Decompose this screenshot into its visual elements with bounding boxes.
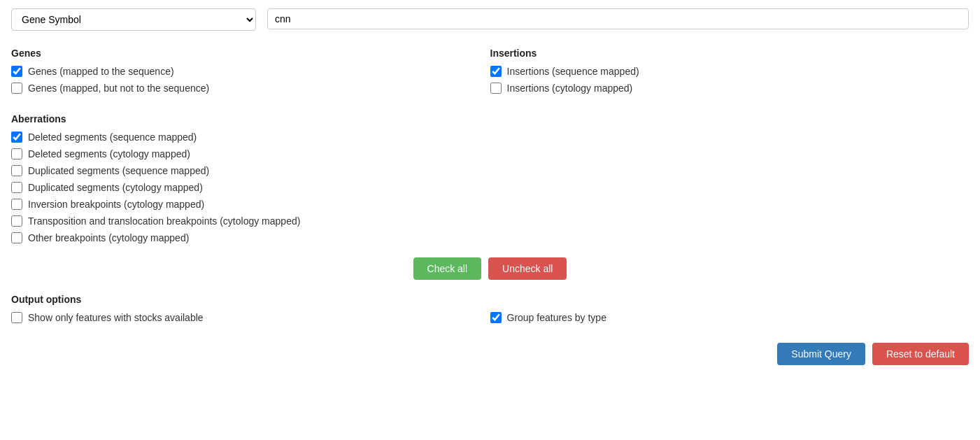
search-input[interactable]: [267, 8, 969, 29]
dup-seq-label[interactable]: Duplicated segments (sequence mapped): [28, 165, 209, 176]
aberrations-section-title: Aberrations: [11, 113, 969, 125]
del-cyt-label[interactable]: Deleted segments (cytology mapped): [28, 148, 190, 159]
trans-cyt-checkbox[interactable]: [11, 215, 22, 227]
dup-seq-item: Duplicated segments (sequence mapped): [11, 165, 969, 176]
insertions-section-title: Insertions: [490, 48, 970, 59]
bottom-buttons-row: Submit Query Reset to default: [11, 343, 969, 365]
group-by-type-checkbox[interactable]: [490, 312, 502, 323]
ins-cyt-label[interactable]: Insertions (cytology mapped): [507, 83, 633, 94]
dup-cyt-label[interactable]: Duplicated segments (cytology mapped): [28, 182, 203, 193]
genes-not-seq-item: Genes (mapped, but not to the sequence): [11, 83, 490, 94]
del-seq-item: Deleted segments (sequence mapped): [11, 132, 969, 143]
trans-cyt-item: Transposition and translocation breakpoi…: [11, 215, 969, 227]
inv-cyt-checkbox[interactable]: [11, 199, 22, 210]
trans-cyt-label[interactable]: Transposition and translocation breakpoi…: [28, 215, 300, 227]
del-cyt-checkbox[interactable]: [11, 148, 22, 159]
reset-to-default-button[interactable]: Reset to default: [872, 343, 969, 365]
ins-seq-checkbox[interactable]: [490, 66, 502, 77]
output-options-section: Output options Show only features with s…: [11, 294, 969, 329]
ins-seq-item: Insertions (sequence mapped): [490, 66, 970, 77]
dup-cyt-item: Duplicated segments (cytology mapped): [11, 182, 969, 193]
stocks-only-item: Show only features with stocks available: [11, 312, 490, 323]
genes-seq-checkbox[interactable]: [11, 66, 22, 77]
search-input-wrapper: [267, 8, 969, 31]
genes-section: Genes Genes (mapped to the sequence) Gen…: [11, 48, 490, 99]
genes-section-title: Genes: [11, 48, 490, 59]
gene-symbol-select[interactable]: Gene Symbol: [11, 8, 256, 31]
inv-cyt-label[interactable]: Inversion breakpoints (cytology mapped): [28, 199, 204, 210]
output-options-row: Show only features with stocks available…: [11, 312, 969, 329]
other-cyt-label[interactable]: Other breakpoints (cytology mapped): [28, 232, 189, 243]
aberrations-section: Aberrations Deleted segments (sequence m…: [11, 113, 969, 243]
output-options-title: Output options: [11, 294, 969, 305]
check-all-button[interactable]: Check all: [413, 257, 482, 280]
del-seq-label[interactable]: Deleted segments (sequence mapped): [28, 132, 197, 143]
other-cyt-item: Other breakpoints (cytology mapped): [11, 232, 969, 243]
ins-cyt-checkbox[interactable]: [490, 83, 502, 94]
gene-symbol-select-wrapper: Gene Symbol: [11, 8, 256, 31]
uncheck-all-button[interactable]: Uncheck all: [488, 257, 567, 280]
submit-query-button[interactable]: Submit Query: [777, 343, 865, 365]
dup-seq-checkbox[interactable]: [11, 165, 22, 176]
ins-seq-label[interactable]: Insertions (sequence mapped): [507, 66, 639, 77]
stocks-only-checkbox[interactable]: [11, 312, 22, 323]
del-cyt-item: Deleted segments (cytology mapped): [11, 148, 969, 159]
genes-seq-item: Genes (mapped to the sequence): [11, 66, 490, 77]
genes-not-seq-label[interactable]: Genes (mapped, but not to the sequence): [28, 83, 209, 94]
group-by-type-label[interactable]: Group features by type: [507, 312, 606, 323]
insertions-section: Insertions Insertions (sequence mapped) …: [490, 48, 970, 99]
del-seq-checkbox[interactable]: [11, 132, 22, 143]
other-cyt-checkbox[interactable]: [11, 232, 22, 243]
inv-cyt-item: Inversion breakpoints (cytology mapped): [11, 199, 969, 210]
group-by-type-item: Group features by type: [490, 312, 970, 323]
output-left: Show only features with stocks available: [11, 312, 490, 329]
output-right: Group features by type: [490, 312, 970, 329]
genes-seq-label[interactable]: Genes (mapped to the sequence): [28, 66, 174, 77]
stocks-only-label[interactable]: Show only features with stocks available: [28, 312, 204, 323]
dup-cyt-checkbox[interactable]: [11, 182, 22, 193]
ins-cyt-item: Insertions (cytology mapped): [490, 83, 970, 94]
genes-not-seq-checkbox[interactable]: [11, 83, 22, 94]
check-buttons-row: Check all Uncheck all: [11, 257, 969, 280]
